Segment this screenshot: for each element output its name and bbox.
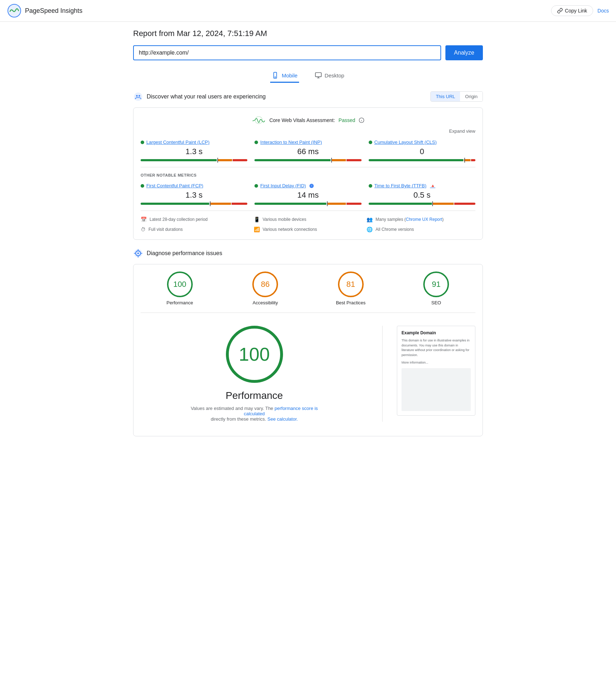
crux-info-footer: 📅 Latest 28-day collection period 📱 Vari…: [141, 217, 475, 232]
diagnose-card: 100 Performance 86 Accessibility 81 Best…: [133, 264, 483, 436]
svg-point-6: [138, 95, 140, 97]
toggle-origin[interactable]: Origin: [460, 92, 483, 101]
metric-value: 1.3 s: [141, 147, 247, 156]
perf-right: Example Domain This domain is for use in…: [397, 326, 475, 416]
metric-label[interactable]: Cumulative Layout Shift (CLS): [369, 139, 475, 145]
metric-dot: [369, 184, 372, 188]
bar-orange: [433, 203, 454, 205]
info-text: Various network connections: [263, 227, 317, 232]
info-label: Various network connections: [263, 227, 317, 232]
info-icon-5: 🌐: [367, 227, 373, 232]
metric-bar: [141, 159, 247, 161]
metric-dot: [141, 141, 144, 144]
metric-bar-wrapper: [141, 159, 247, 161]
cwv-status: Passed: [339, 117, 355, 123]
metric-label[interactable]: Time to First Byte (TTFB)🔺: [369, 183, 475, 188]
bar-green: [369, 203, 432, 205]
screenshot-image: [402, 368, 471, 411]
docs-link[interactable]: Docs: [597, 8, 609, 14]
metric-name: First Contentful Paint (FCP): [146, 183, 203, 188]
metric-bar: [369, 203, 475, 205]
info-item: 📱 Various mobile devices: [254, 217, 363, 222]
score-item-best-practices[interactable]: 81 Best Practices: [312, 272, 390, 305]
info-item: 👥 Many samples (Chrome UX Report): [367, 217, 475, 222]
metric-label[interactable]: Interaction to Next Paint (INP): [254, 139, 361, 145]
score-item-seo[interactable]: 91 SEO: [397, 272, 476, 305]
screenshot-text-line1: This domain is for use in illustrative e…: [402, 338, 471, 357]
copy-link-label: Copy Link: [565, 8, 587, 14]
logo-group: PageSpeed Insights: [7, 4, 82, 18]
url-input[interactable]: [133, 45, 441, 60]
diagnose-section-header: Diagnose performance issues: [133, 248, 483, 258]
metric-label[interactable]: First Contentful Paint (FCP): [141, 183, 247, 188]
toggle-this-url[interactable]: This URL: [431, 92, 460, 101]
perf-left: 100 Performance Values are estimated and…: [141, 326, 368, 422]
metric-bar-wrapper: [141, 203, 247, 205]
info-icon-4: 📶: [254, 227, 260, 232]
device-tabs: Mobile Desktop: [133, 69, 483, 83]
bar-red: [454, 203, 475, 205]
svg-point-5: [136, 95, 138, 97]
bar-orange: [210, 203, 231, 205]
info-text: Full visit durations: [148, 227, 183, 232]
desktop-icon: [315, 72, 322, 79]
info-label: All Chrome versions: [375, 227, 414, 232]
screenshot-card: Example Domain This domain is for use in…: [397, 326, 475, 416]
metric-name: Largest Contentful Paint (LCP): [146, 139, 209, 145]
scores-divider: [141, 313, 475, 313]
bar-green: [141, 203, 209, 205]
metric-bar: [254, 203, 361, 205]
info-item: 📅 Latest 28-day collection period: [141, 217, 249, 222]
url-bar: Analyze: [133, 45, 483, 60]
analyze-button[interactable]: Analyze: [445, 45, 483, 60]
calculator-link[interactable]: See calculator.: [267, 416, 298, 422]
info-item: ⏱ Full visit durations: [141, 227, 249, 232]
metric-value: 66 ms: [254, 147, 361, 156]
link-icon: [557, 8, 563, 14]
tab-mobile-label: Mobile: [282, 72, 297, 78]
metric-name: Cumulative Layout Shift (CLS): [374, 139, 437, 145]
metric-bar-wrapper: [254, 159, 361, 161]
info-icon-2: 👥: [367, 217, 373, 222]
tab-mobile[interactable]: Mobile: [270, 69, 299, 83]
bar-marker: [217, 158, 218, 163]
tab-desktop[interactable]: Desktop: [313, 69, 346, 83]
performance-section: 100 Performance Values are estimated and…: [141, 319, 475, 429]
perf-desc-text: Values are estimated and may vary. The: [191, 406, 273, 411]
cwv-info-icon[interactable]: [359, 117, 364, 123]
users-icon: [133, 92, 143, 102]
metric-item: First Input Delay (FID)i 14 ms: [254, 183, 361, 205]
score-circle: 81: [338, 272, 364, 297]
info-label: Latest 28-day collection period: [150, 217, 208, 222]
crux-section-header: Discover what your real users are experi…: [133, 91, 483, 102]
bar-orange: [331, 159, 346, 161]
expand-view-button[interactable]: Expand view: [141, 128, 475, 134]
metric-label[interactable]: Largest Contentful Paint (LCP): [141, 139, 247, 145]
bar-marker: [210, 201, 211, 206]
mobile-icon: [272, 72, 279, 79]
metric-bar-wrapper: [369, 159, 475, 161]
header-actions: Copy Link Docs: [551, 5, 609, 16]
chrome-ux-link[interactable]: Chrome UX Report: [406, 217, 442, 222]
metric-bar-wrapper: [254, 203, 361, 205]
svg-rect-3: [315, 73, 321, 77]
metric-label[interactable]: First Input Delay (FID)i: [254, 183, 361, 188]
diagnose-icon: [133, 248, 143, 258]
metric-bar: [141, 203, 247, 205]
metric-item: Cumulative Layout Shift (CLS) 0: [369, 139, 475, 161]
crux-section-title: Discover what your real users are experi…: [147, 93, 266, 100]
scores-grid: 100 Performance 86 Accessibility 81 Best…: [141, 272, 475, 305]
app-header: PageSpeed Insights Copy Link Docs: [0, 0, 616, 22]
cwv-metrics-grid: Largest Contentful Paint (LCP) 1.3 s Int…: [141, 139, 475, 161]
diagnose-section-title: Diagnose performance issues: [147, 250, 222, 257]
svg-point-2: [275, 77, 276, 77]
info-label: Many samples (Chrome UX Report): [375, 217, 444, 222]
bar-green: [141, 159, 217, 161]
score-item-performance[interactable]: 100 Performance: [141, 272, 219, 305]
score-item-accessibility[interactable]: 86 Accessibility: [226, 272, 305, 305]
copy-link-button[interactable]: Copy Link: [551, 5, 593, 16]
perf-title: Performance: [226, 390, 283, 401]
notable-metrics-label: OTHER NOTABLE METRICS: [141, 173, 475, 177]
metric-value: 14 ms: [254, 191, 361, 200]
cwv-label: Core Web Vitals Assessment:: [269, 117, 335, 123]
